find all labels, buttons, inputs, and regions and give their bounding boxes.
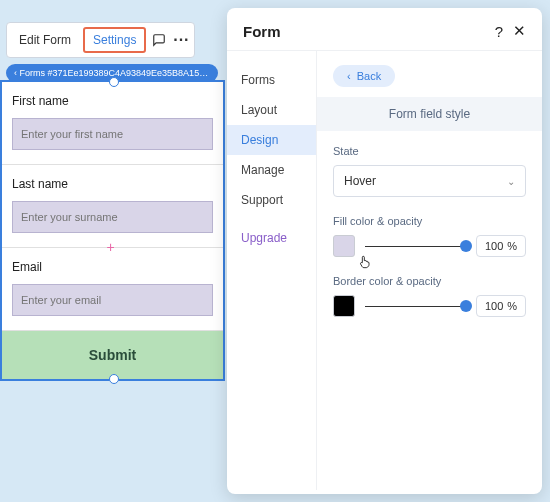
field-first-name[interactable]: First name <box>2 82 223 165</box>
border-label: Border color & opacity <box>333 275 526 287</box>
settings-button[interactable]: Settings <box>83 27 146 53</box>
menu-support[interactable]: Support <box>227 185 316 215</box>
menu-upgrade[interactable]: Upgrade <box>227 223 316 253</box>
menu-design[interactable]: Design <box>227 125 316 155</box>
border-color-swatch[interactable] <box>333 295 355 317</box>
state-dropdown[interactable]: Hover ⌄ <box>333 165 526 197</box>
border-opacity-value[interactable]: 100 % <box>476 295 526 317</box>
fill-label: Fill color & opacity <box>333 215 526 227</box>
form-canvas[interactable]: First name Last name + Email Submit <box>0 80 225 381</box>
more-icon[interactable]: ··· <box>172 31 190 49</box>
email-input[interactable] <box>12 284 213 316</box>
chevron-left-icon: ‹ <box>347 70 351 82</box>
panel-title: Form <box>243 23 281 40</box>
cursor-icon <box>357 253 373 274</box>
field-last-name[interactable]: Last name + <box>2 165 223 248</box>
chevron-down-icon: ⌄ <box>507 176 515 187</box>
menu-layout[interactable]: Layout <box>227 95 316 125</box>
last-name-input[interactable] <box>12 201 213 233</box>
fill-opacity-control: 100 % <box>333 235 526 257</box>
back-label: Back <box>357 70 381 82</box>
fill-opacity-value[interactable]: 100 % <box>476 235 526 257</box>
panel-content: ‹ Back Form field style State Hover ⌄ Fi… <box>317 51 542 490</box>
help-icon[interactable]: ? <box>495 23 503 40</box>
edit-form-button[interactable]: Edit Form <box>11 27 79 53</box>
form-toolbar: Edit Form Settings ··· <box>6 22 195 58</box>
first-name-input[interactable] <box>12 118 213 150</box>
panel-side-menu: Forms Layout Design Manage Support Upgra… <box>227 51 317 490</box>
state-value: Hover <box>344 174 376 188</box>
menu-manage[interactable]: Manage <box>227 155 316 185</box>
field-label: First name <box>12 94 213 108</box>
field-label: Last name <box>12 177 213 191</box>
settings-panel: Form ? ✕ Forms Layout Design Manage Supp… <box>227 8 542 494</box>
submit-button[interactable]: Submit <box>2 331 223 379</box>
fill-color-swatch[interactable] <box>333 235 355 257</box>
add-field-icon[interactable]: + <box>107 239 115 255</box>
border-opacity-slider[interactable] <box>365 296 466 316</box>
state-label: State <box>333 145 526 157</box>
menu-forms[interactable]: Forms <box>227 65 316 95</box>
border-opacity-control: 100 % <box>333 295 526 317</box>
comment-icon[interactable] <box>150 31 168 49</box>
field-label: Email <box>12 260 213 274</box>
back-button[interactable]: ‹ Back <box>333 65 395 87</box>
fill-opacity-slider[interactable] <box>365 236 466 256</box>
section-title: Form field style <box>317 97 542 131</box>
field-email[interactable]: Email <box>2 248 223 331</box>
close-icon[interactable]: ✕ <box>513 22 526 40</box>
